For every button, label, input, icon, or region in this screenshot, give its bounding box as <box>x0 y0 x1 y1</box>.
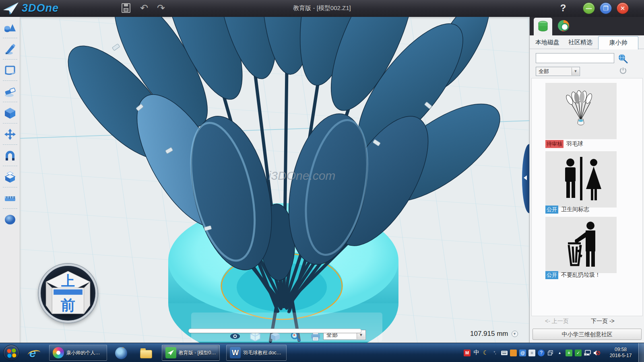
watermark-text: i3DOne.com <box>268 169 336 182</box>
eraser-icon <box>4 86 17 98</box>
search-globe-icon[interactable] <box>617 53 628 64</box>
panel-filter-dropdown[interactable]: 全部 ▼ <box>536 67 580 76</box>
windows-logo-icon <box>7 348 16 358</box>
panel-filter-arrow[interactable]: ▼ <box>572 68 579 75</box>
tray-book-icon[interactable]: @ <box>519 350 526 356</box>
model-list: 待审核 羽毛球 公开 卫生间标志 <box>531 78 643 316</box>
community-site-button[interactable]: 中小学三维创意社区 <box>533 329 642 340</box>
tray-toolbox-icon[interactable] <box>510 350 517 356</box>
app-logo: 3DOne <box>2 1 59 15</box>
tray-shield-plus-icon[interactable]: + <box>566 350 572 356</box>
pinwheel-browser-icon <box>53 347 64 358</box>
status-badge-public: 公开 <box>545 271 558 279</box>
taskbar-word[interactable]: W 羽毛球教程.docx ... <box>226 345 287 361</box>
panel-tab-strip <box>530 17 644 35</box>
left-toolbar <box>0 17 20 343</box>
folder-icon <box>140 350 152 358</box>
measurement-readout: 107.915 mm ▼ <box>470 330 518 338</box>
taskbar-personal-space[interactable]: 康小帅的个人创... <box>49 345 107 361</box>
feature-tool-button[interactable] <box>0 102 20 123</box>
library-tab[interactable] <box>534 18 552 35</box>
model-item-row[interactable]: 公开 不要乱扔垃圾！ <box>545 271 601 279</box>
tab-community-featured[interactable]: 社区精选 <box>568 39 592 46</box>
measure-tool-button[interactable] <box>0 187 20 209</box>
sketch-edit-tool-button[interactable] <box>0 60 20 81</box>
move-tool-button[interactable] <box>0 123 20 145</box>
tray-doc-icon[interactable]: ≡ <box>528 350 535 356</box>
measurement-value: 107.915 mm <box>470 330 508 338</box>
next-page-button[interactable]: 下一页 -> <box>591 318 615 325</box>
measurement-unit-toggle[interactable]: ▼ <box>512 331 518 337</box>
close-button[interactable]: ✕ <box>617 2 629 14</box>
3done-app-icon <box>165 347 176 358</box>
panel-filter-value: 全部 <box>539 68 549 74</box>
minimize-button[interactable]: — <box>583 2 595 14</box>
model-thumbnail-restroom[interactable] <box>545 151 617 208</box>
save-button[interactable] <box>121 2 131 14</box>
edit-tool-button[interactable] <box>0 81 20 102</box>
tray-expand-icon[interactable]: ▲ <box>556 350 563 356</box>
tray-restore-icon[interactable] <box>547 350 554 356</box>
start-button[interactable] <box>3 345 19 361</box>
viewport-toolbar: 全部 ▼ <box>191 313 382 341</box>
ime-keyboard-icon[interactable] <box>501 350 508 356</box>
maximize-button[interactable]: ❐ <box>600 2 612 14</box>
model-name: 羽毛球 <box>566 140 583 148</box>
internet-explorer-icon: e <box>29 346 36 360</box>
status-badge-pending: 待审核 <box>545 140 564 148</box>
window-title: 教育版 - [模型002.Z1] <box>242 4 402 12</box>
redo-button[interactable]: ↷ <box>157 2 165 14</box>
view-cube[interactable]: 上 前 <box>39 264 97 323</box>
ime-indicator[interactable]: 中 <box>473 350 480 356</box>
show-desktop-button[interactable] <box>638 343 644 362</box>
constraint-tool-button[interactable] <box>0 145 20 166</box>
community-tab[interactable] <box>558 20 570 32</box>
model-item-row[interactable]: 待审核 羽毛球 <box>545 140 583 148</box>
refresh-power-icon[interactable] <box>619 67 627 75</box>
view-cube-left-face[interactable] <box>46 282 52 314</box>
view-cube-front-label: 前 <box>60 297 75 313</box>
taskbar-ie[interactable]: e <box>25 346 40 360</box>
paper-plane-icon <box>2 1 19 15</box>
model-thumbnail-no-litter[interactable] <box>545 217 617 273</box>
clock-time: 09:58 <box>605 347 636 353</box>
viewport-scrollbar[interactable] <box>188 329 361 333</box>
volume-muted-icon[interactable] <box>593 350 600 356</box>
taskbar-3done-active[interactable]: 教育版 - [模型00... <box>162 345 220 361</box>
model-item-row[interactable]: 公开 卫生间标志 <box>545 206 589 214</box>
viewport-3d[interactable]: i3DOne.com 上 前 <box>20 17 529 343</box>
primitives-tool-button[interactable] <box>0 17 20 38</box>
network-icon[interactable] <box>584 350 591 356</box>
taskbar-explorer[interactable] <box>138 346 154 360</box>
taskbar-label: 康小帅的个人创... <box>66 350 103 356</box>
word-icon: W <box>230 347 241 358</box>
prev-page-button[interactable]: <- 上一页 <box>545 318 569 325</box>
tray-shield-icon[interactable]: ✓ <box>575 350 582 356</box>
tab-local-disk[interactable]: 本地磁盘 <box>535 39 559 46</box>
combine-tool-button[interactable] <box>0 166 20 187</box>
move-arrows-icon <box>4 128 17 140</box>
panel-subtabs: 本地磁盘 社区精选 康小帅 <box>530 35 644 49</box>
database-icon <box>537 21 549 33</box>
taskbar-firefox[interactable] <box>114 346 129 360</box>
clock-date: 2016-5-17 <box>605 353 636 359</box>
model-name: 不要乱扔垃圾！ <box>561 272 601 279</box>
surface-icon <box>4 64 17 76</box>
model-thumbnail-shuttlecock[interactable] <box>545 83 617 139</box>
help-button[interactable]: ? <box>558 2 568 14</box>
tray-m-icon[interactable]: M <box>464 350 471 356</box>
sketch-tool-button[interactable] <box>0 38 20 60</box>
collapse-arrow-icon <box>524 175 527 180</box>
undo-button[interactable]: ↶ <box>140 2 148 14</box>
search-input[interactable] <box>536 53 614 63</box>
tab-user[interactable]: 康小帅 <box>598 36 638 49</box>
model-name: 卫生间标志 <box>561 206 589 213</box>
ime-moon-icon[interactable]: ☾ <box>482 350 489 356</box>
tray-help-icon[interactable]: ? <box>538 350 545 356</box>
ime-punct-icon[interactable]: °, <box>491 350 498 356</box>
render-tool-button[interactable] <box>0 209 20 230</box>
system-tray: M 中 ☾ °, @ ≡ ? ▲ + ✓ 09:58 2016-5-17 <box>464 343 636 362</box>
clock[interactable]: 09:58 2016-5-17 <box>605 347 636 359</box>
cube-sheet-icon <box>4 171 17 183</box>
status-badge-public: 公开 <box>545 206 558 214</box>
